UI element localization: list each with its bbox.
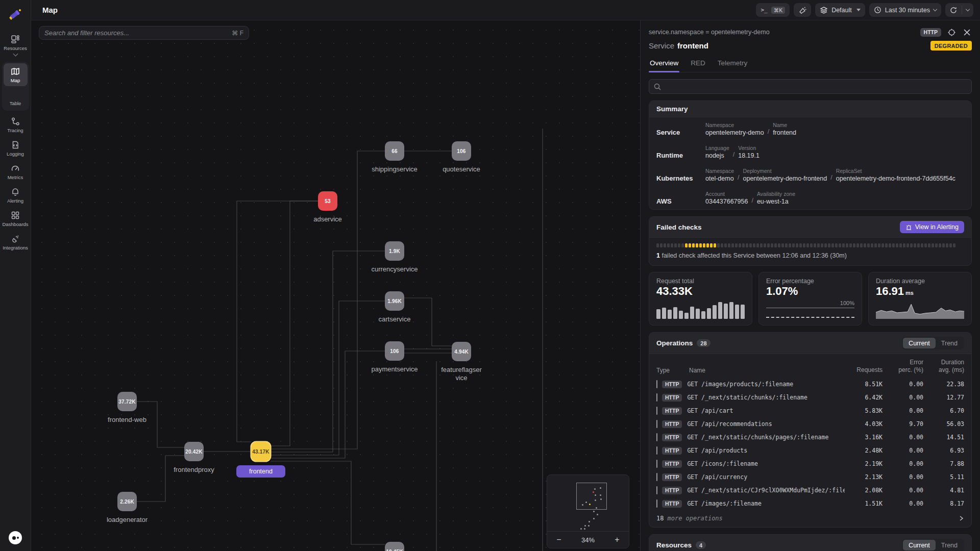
node-request-count: 106 xyxy=(390,348,399,354)
operation-row[interactable]: HTTPGET /images/:filename1.51K0.008.17 xyxy=(649,497,971,510)
operation-row[interactable]: HTTPGET /_next/static/chunks/pages/:file… xyxy=(649,431,971,444)
summary-row-runtime: RuntimeLanguagenodejs/Version18.19.1 xyxy=(649,140,971,163)
time-range-selector[interactable]: Last 30 minutes xyxy=(869,3,941,17)
sidebar-item-metrics[interactable]: Metrics xyxy=(0,160,31,184)
user-avatar[interactable] xyxy=(9,531,22,544)
check-segment xyxy=(910,243,913,247)
col-error-header: Errorperc. (%) xyxy=(883,359,923,374)
request-bar xyxy=(713,305,717,319)
map-search-input[interactable]: Search and filter resources... ⌘ F xyxy=(39,26,249,40)
summary-field: ReplicaSetopentelemetry-demo-frontend-7d… xyxy=(836,168,955,182)
sidebar-item-table[interactable]: Table xyxy=(4,86,28,109)
check-segment xyxy=(781,243,784,247)
minimap[interactable]: − 34% + xyxy=(547,474,629,548)
operation-row[interactable]: HTTPGET /api/products2.48K0.006.93 xyxy=(649,444,971,457)
minimap-node-dot xyxy=(593,491,594,493)
panel-search-input[interactable] xyxy=(649,79,972,94)
operation-row[interactable]: HTTPGET /api/currency2.13K0.005.11 xyxy=(649,470,971,484)
main-region: Map >_ ⌘K Default xyxy=(31,0,980,551)
map-node-currencyservice[interactable]: 1.9K xyxy=(385,241,404,261)
announce-button[interactable] xyxy=(794,3,811,17)
map-node-frontendproxy[interactable]: 20.42K xyxy=(184,442,204,461)
sidebar-item-integrations[interactable]: Integrations xyxy=(0,231,31,254)
check-segment xyxy=(821,243,823,247)
map-node-frontend-web[interactable]: 37.72K xyxy=(117,392,137,411)
operation-name: GET /images/products/:filename xyxy=(687,381,845,388)
entity-name: frontend xyxy=(677,41,708,50)
sidebar-item-tracing[interactable]: Tracing xyxy=(0,113,31,137)
zoom-in-button[interactable]: + xyxy=(613,535,621,544)
check-segment xyxy=(817,243,820,247)
resources-toggle-trend[interactable]: Trend xyxy=(936,540,963,550)
summary-title: Summary xyxy=(656,105,688,113)
map-node-shippingservice[interactable]: 66 xyxy=(385,141,404,161)
command-palette-button[interactable]: >_ ⌘K xyxy=(756,3,790,17)
sidebar-item-dashboards[interactable]: Dashboards xyxy=(0,207,31,231)
row-indicator xyxy=(656,393,657,402)
node-label-loadgenerator: loadgenerator xyxy=(96,516,158,524)
summary-row-aws: AWSAccount034437667956/Availability zone… xyxy=(649,186,971,209)
check-segment xyxy=(671,243,673,247)
refresh-button[interactable] xyxy=(945,3,962,17)
app-logo[interactable] xyxy=(6,5,25,24)
row-indicator xyxy=(656,499,657,508)
map-node-quoteservice[interactable]: 106 xyxy=(452,141,471,161)
operation-row[interactable]: HTTPGET /images/products/:filename8.51K0… xyxy=(649,378,971,391)
map-node-paymentservice[interactable]: 106 xyxy=(385,341,404,361)
operation-error-pct: 0.00 xyxy=(883,394,923,401)
tab-telemetry[interactable]: Telemetry xyxy=(718,59,748,72)
operation-row[interactable]: HTTPGET /_next/static/CJr9clXO0WXMduPmIj… xyxy=(649,484,971,497)
zoom-out-button[interactable]: − xyxy=(555,535,563,544)
view-in-alerting-button[interactable]: View in Alerting xyxy=(900,221,964,233)
operations-footer[interactable]: 18 more operations xyxy=(649,510,971,527)
failed-check-segment xyxy=(699,243,702,247)
tab-overview[interactable]: Overview xyxy=(650,59,678,72)
refresh-icon xyxy=(949,6,958,14)
operation-row[interactable]: HTTPGET /_next/static/chunks/:filename6.… xyxy=(649,391,971,404)
operation-duration: 22.38 xyxy=(923,381,964,388)
zoom-controls: − 34% + xyxy=(547,531,629,548)
sidebar-item-map[interactable]: Map xyxy=(4,63,28,86)
sidebar-item-resources[interactable]: Resources xyxy=(0,31,31,59)
tab-red[interactable]: RED xyxy=(691,59,705,72)
operations-toggle-trend[interactable]: Trend xyxy=(936,338,963,348)
service-map-canvas[interactable]: Search and filter resources... ⌘ F 66shi… xyxy=(31,20,640,551)
operation-row[interactable]: HTTPGET /api/cart5.83K0.006.70 xyxy=(649,404,971,417)
minimap-canvas[interactable] xyxy=(547,475,629,531)
map-node-clipped-node[interactable]: 10.45K xyxy=(385,542,404,551)
operations-toggle-current[interactable]: Current xyxy=(903,338,936,348)
operation-row[interactable]: HTTPGET /icons/:filename2.19K0.007.88 xyxy=(649,457,971,470)
minimap-viewport[interactable] xyxy=(576,483,607,510)
shortcut-badge: ⌘K xyxy=(771,7,786,14)
sidebar-label-logging: Logging xyxy=(7,151,24,157)
failed-check-segment xyxy=(696,243,698,247)
sidebar-item-alerting[interactable]: Alerting xyxy=(0,184,31,207)
node-label-frontend-web: frontend-web xyxy=(96,416,158,424)
map-node-cartservice[interactable]: 1.96K xyxy=(385,291,404,311)
operation-row[interactable]: HTTPGET /api/recommendations4.03K9.7056.… xyxy=(649,417,971,431)
check-segment xyxy=(867,243,870,247)
map-node-loadgenerator[interactable]: 2.26K xyxy=(117,492,137,511)
check-segment xyxy=(749,243,752,247)
close-panel-button[interactable] xyxy=(962,27,972,37)
node-request-count: 4.94K xyxy=(454,349,469,355)
check-segment xyxy=(760,243,763,247)
col-requests-header: Requests xyxy=(845,366,883,374)
node-request-count: 1.96K xyxy=(387,298,402,304)
focus-on-map-button[interactable] xyxy=(946,27,957,37)
sidebar-item-logging[interactable]: Logging xyxy=(0,137,31,160)
row-indicator xyxy=(656,460,657,468)
refresh-options-button[interactable] xyxy=(962,3,973,17)
map-node-frontend[interactable]: 43.17K xyxy=(251,442,271,461)
request-bar xyxy=(656,309,660,319)
failed-checks-timeline[interactable] xyxy=(656,243,964,247)
chevron-down-icon xyxy=(933,7,937,11)
map-node-featureflagservice[interactable]: 4.94K xyxy=(452,342,471,361)
layout-selector[interactable]: Default xyxy=(815,3,865,17)
check-segment xyxy=(885,243,888,247)
map-node-adservice[interactable]: 53 xyxy=(318,191,337,211)
operation-name: GET /api/cart xyxy=(687,407,845,414)
resources-toggle-current[interactable]: Current xyxy=(903,540,936,550)
selected-node-label-frontend[interactable]: frontend xyxy=(236,465,285,478)
request-bar xyxy=(662,308,666,319)
